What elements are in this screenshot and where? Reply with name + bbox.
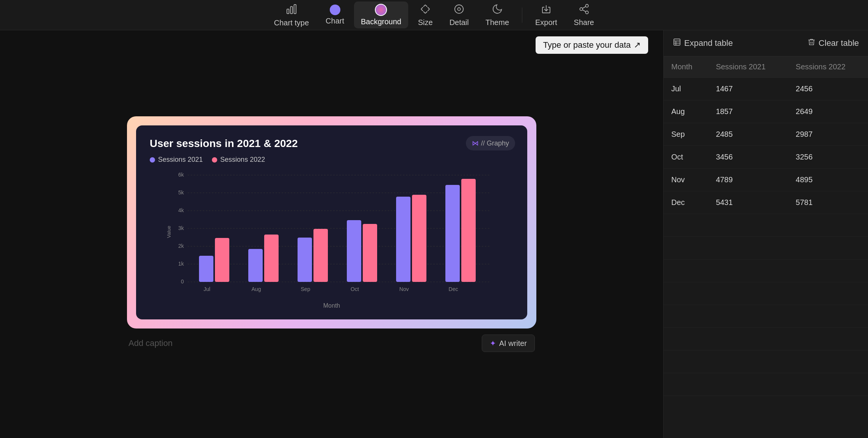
type-paste-button[interactable]: Type or paste your data ↗	[536, 36, 648, 54]
toolbar-item-chart[interactable]: Chart	[319, 2, 351, 28]
svg-rect-1	[290, 6, 292, 14]
export-icon	[541, 3, 552, 17]
svg-line-9	[582, 6, 586, 8]
cell-month-4[interactable]: Nov	[664, 169, 708, 191]
cell-s2022-4[interactable]: 4895	[788, 169, 868, 191]
caption-bar: Add caption ✦ AI writer	[127, 335, 536, 352]
chart-legend: Sessions 2021 Sessions 2022	[150, 156, 514, 164]
svg-text:1k: 1k	[178, 261, 184, 267]
data-table: Month Sessions 2021 Sessions 2022 Jul 14…	[664, 56, 868, 396]
cell-s2021-3[interactable]: 3456	[708, 146, 788, 169]
toolbar-item-detail[interactable]: Detail	[443, 1, 476, 29]
svg-point-6	[580, 8, 583, 11]
background-icon	[375, 4, 387, 16]
svg-point-3	[455, 5, 464, 13]
legend-item-2021: Sessions 2021	[150, 156, 203, 164]
svg-text:Value: Value	[166, 226, 172, 238]
cell-month-3[interactable]: Oct	[664, 146, 708, 169]
cell-s2021-1[interactable]: 1857	[708, 100, 788, 123]
toolbar-item-background[interactable]: Background	[354, 2, 408, 28]
right-panel: Expand table Clear table Mont	[663, 30, 868, 438]
cell-month-5[interactable]: Dec	[664, 191, 708, 214]
toolbar-item-theme[interactable]: Theme	[479, 1, 516, 29]
cell-s2022-5[interactable]: 5781	[788, 191, 868, 214]
svg-rect-0	[287, 9, 289, 14]
ai-writer-icon: ✦	[490, 339, 496, 348]
toolbar-item-share[interactable]: Share	[567, 1, 601, 29]
x-label-oct: Oct	[351, 286, 359, 292]
toolbar-item-size[interactable]: Size	[411, 1, 440, 29]
col-sessions-2022: Sessions 2022	[788, 56, 868, 78]
svg-point-7	[585, 11, 588, 14]
svg-text:2k: 2k	[178, 243, 184, 249]
cell-s2021-0[interactable]: 1467	[708, 78, 788, 100]
cell-month-1[interactable]: Aug	[664, 100, 708, 123]
table-row-empty	[664, 260, 868, 282]
table-row-empty	[664, 305, 868, 328]
graphy-logo-text: // Graphy	[481, 139, 509, 147]
bar-oct-2021	[347, 220, 361, 282]
bar-dec-2021	[445, 185, 460, 282]
svg-rect-2	[294, 5, 296, 14]
cell-s2021-4[interactable]: 4789	[708, 169, 788, 191]
ai-writer-button[interactable]: ✦ AI writer	[482, 335, 535, 352]
chart-type-label: Chart type	[274, 19, 309, 27]
cell-s2021-5[interactable]: 5431	[708, 191, 788, 214]
x-label-nov: Nov	[400, 286, 409, 292]
panel-header: Expand table Clear table	[664, 30, 868, 56]
share-icon	[578, 3, 590, 17]
x-label-aug: Aug	[252, 286, 261, 292]
clear-table-icon	[807, 38, 816, 48]
cell-s2022-0[interactable]: 2456	[788, 78, 868, 100]
chart-logo: ⋈ // Graphy	[466, 136, 515, 150]
bar-sep-2022	[313, 229, 328, 282]
type-paste-arrow-icon: ↗	[634, 40, 641, 50]
cell-month-0[interactable]: Jul	[664, 78, 708, 100]
svg-point-4	[458, 8, 461, 11]
cell-month-2[interactable]: Sep	[664, 123, 708, 146]
x-label-jul: Jul	[204, 286, 210, 292]
chart-card: User sessions in 2021 & 2022 ⋈ // Graphy…	[136, 125, 527, 319]
toolbar-item-chart-type[interactable]: Chart type	[267, 1, 316, 30]
bar-sep-2021	[298, 238, 312, 282]
chart-type-icon	[285, 3, 298, 17]
theme-icon	[492, 3, 503, 17]
clear-table-button[interactable]: Clear table	[807, 38, 859, 48]
data-table-container: Month Sessions 2021 Sessions 2022 Jul 14…	[664, 56, 868, 438]
svg-point-5	[585, 4, 588, 7]
toolbar: Chart type Chart Background Size Detail	[0, 0, 868, 30]
toolbar-divider	[522, 8, 522, 23]
chart-svg: 6k 5k 4k 3k 2k 1k 0 Value	[150, 171, 514, 300]
legend-item-2022: Sessions 2022	[212, 156, 265, 164]
bar-dec-2022	[461, 179, 476, 282]
bar-nov-2022	[412, 195, 426, 282]
cell-s2021-2[interactable]: 2485	[708, 123, 788, 146]
bar-nov-2021	[396, 197, 410, 282]
share-label: Share	[574, 18, 594, 27]
cell-s2022-1[interactable]: 2649	[788, 100, 868, 123]
bar-oct-2022	[363, 224, 377, 282]
x-label-dec: Dec	[449, 286, 458, 292]
main-content: Type or paste your data ↗ User sessions …	[0, 30, 868, 438]
svg-text:6k: 6k	[178, 172, 184, 178]
bar-aug-2022	[264, 235, 279, 282]
table-row-empty	[664, 282, 868, 305]
table-row-empty	[664, 373, 868, 396]
table-row-empty	[664, 328, 868, 350]
legend-label-2021: Sessions 2021	[158, 156, 203, 164]
svg-text:4k: 4k	[178, 207, 184, 213]
table-row: Dec 5431 5781	[664, 191, 868, 214]
chart-title: User sessions in 2021 & 2022	[150, 138, 514, 150]
toolbar-item-export[interactable]: Export	[528, 1, 564, 29]
svg-text:5k: 5k	[178, 189, 184, 196]
chart-icon	[330, 5, 340, 15]
cell-s2022-3[interactable]: 3256	[788, 146, 868, 169]
table-row: Aug 1857 2649	[664, 100, 868, 123]
ai-writer-label: AI writer	[499, 339, 527, 348]
bar-jul-2022	[215, 238, 229, 282]
expand-table-button[interactable]: Expand table	[673, 38, 733, 48]
cell-s2022-2[interactable]: 2987	[788, 123, 868, 146]
detail-icon	[453, 3, 465, 17]
table-row: Oct 3456 3256	[664, 146, 868, 169]
caption-placeholder[interactable]: Add caption	[128, 338, 172, 348]
